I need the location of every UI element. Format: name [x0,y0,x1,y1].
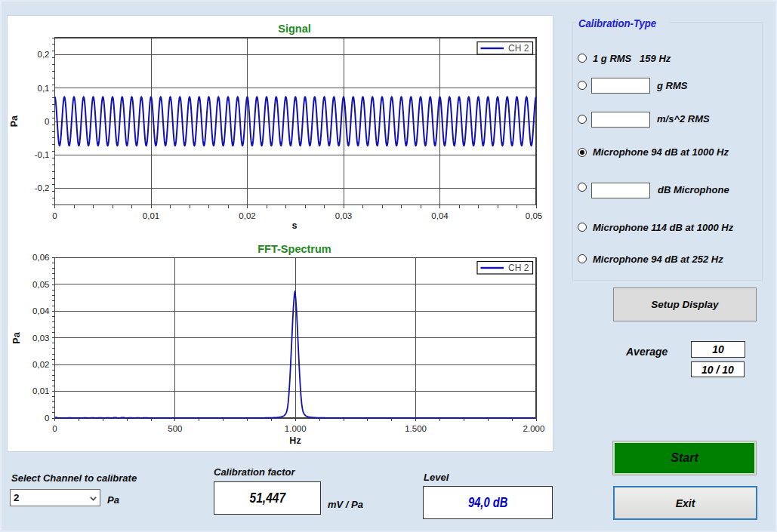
svg-text:-0,2: -0,2 [35,183,50,192]
svg-text:FFT-Spectrum: FFT-Spectrum [257,243,331,255]
svg-text:0,04: 0,04 [431,211,449,220]
svg-text:Pa: Pa [11,331,22,343]
svg-text:Pa: Pa [9,115,20,127]
svg-text:0,03: 0,03 [335,211,352,220]
svg-text:0,05: 0,05 [32,280,49,289]
svg-text:s: s [292,220,298,231]
svg-text:0,02: 0,02 [239,211,255,220]
svg-text:Signal: Signal [278,23,311,35]
svg-text:-0,1: -0,1 [35,150,50,159]
svg-text:CH 2: CH 2 [508,263,529,273]
svg-text:0,02: 0,02 [32,360,49,369]
svg-text:0: 0 [45,117,49,126]
svg-text:0,01: 0,01 [143,211,159,220]
svg-text:2.000: 2.000 [523,424,545,433]
svg-text:0: 0 [45,414,49,423]
svg-text:0,01: 0,01 [32,386,49,395]
svg-text:Hz: Hz [289,435,301,446]
svg-text:0,1: 0,1 [38,84,50,93]
svg-text:0: 0 [52,211,57,220]
svg-text:1.500: 1.500 [405,424,427,433]
svg-text:0,06: 0,06 [32,253,49,262]
svg-text:0,2: 0,2 [38,50,50,59]
svg-text:CH 2: CH 2 [508,43,529,54]
svg-text:0,03: 0,03 [32,334,49,343]
svg-text:1.000: 1.000 [285,424,307,433]
svg-text:500: 500 [168,424,182,433]
svg-text:0: 0 [52,424,57,433]
svg-text:0,05: 0,05 [526,211,542,220]
svg-text:0,04: 0,04 [32,306,50,315]
